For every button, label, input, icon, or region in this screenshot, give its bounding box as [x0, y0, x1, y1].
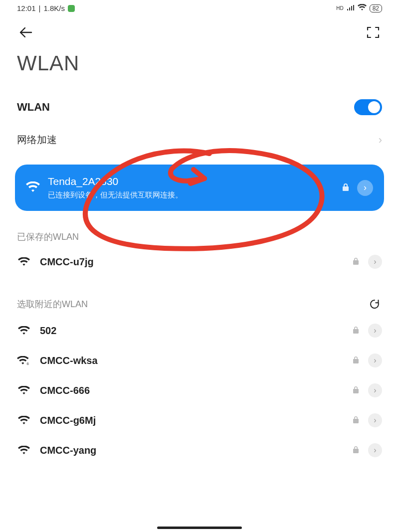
back-button[interactable]: [17, 23, 35, 41]
nearby-header-label: 选取附近的WLAN: [17, 298, 88, 310]
network-accel-label: 网络加速: [17, 133, 57, 147]
wifi-detail-button[interactable]: ›: [368, 383, 382, 397]
connected-network-card[interactable]: Tenda_2A2830 已连接到设备，但无法提供互联网连接。 ›: [15, 165, 384, 211]
wifi-ssid: CMCC-u7jg: [40, 256, 344, 268]
top-nav: [15, 14, 384, 44]
connected-status: 已连接到设备，但无法提供互联网连接。: [48, 189, 207, 200]
scan-button[interactable]: [364, 23, 382, 41]
lock-icon: [353, 416, 359, 425]
nearby-wifi-item[interactable]: CMCC-yang ›: [15, 435, 384, 465]
battery-icon: 82: [370, 4, 382, 12]
lock-icon: [353, 356, 359, 365]
lock-icon: [342, 183, 349, 193]
wifi-icon: 6: [17, 356, 31, 365]
wifi-detail-button[interactable]: ›: [368, 324, 382, 338]
wifi-detail-button[interactable]: ›: [368, 354, 382, 367]
nearby-wifi-item[interactable]: CMCC-666 ›: [15, 375, 384, 405]
status-separator: |: [39, 4, 41, 12]
wifi-ssid: CMCC-666: [40, 385, 344, 396]
wifi-ssid: CMCC-wksa: [40, 355, 344, 366]
wlan-toggle-row[interactable]: WLAN: [15, 90, 384, 124]
lock-icon: [353, 326, 359, 336]
page-title: WLAN: [15, 44, 384, 90]
lock-icon: [353, 386, 359, 395]
wifi-ssid: 502: [40, 325, 344, 337]
status-indicator-icon: [68, 5, 75, 12]
wifi-detail-button[interactable]: ›: [368, 255, 382, 269]
wifi-detail-button[interactable]: ›: [368, 413, 382, 427]
wifi-icon: [17, 257, 31, 266]
wifi-status-icon: [358, 4, 367, 12]
signal-icon: [347, 4, 355, 12]
wifi-icon: [17, 446, 31, 455]
lock-icon: [353, 257, 359, 267]
wlan-label: WLAN: [17, 101, 50, 114]
saved-header-label: 已保存的WLAN: [17, 231, 79, 243]
connected-ssid: Tenda_2A2830: [48, 176, 334, 187]
nearby-wifi-item[interactable]: CMCC-g6Mj ›: [15, 405, 384, 435]
hd-icon: HD: [336, 5, 343, 11]
nearby-section-header: 选取附近的WLAN: [15, 277, 384, 316]
wifi-icon: [17, 386, 31, 395]
connected-detail-button[interactable]: ›: [357, 180, 373, 196]
chevron-right-icon: ›: [379, 134, 382, 147]
wifi-icon: [17, 326, 31, 335]
home-indicator[interactable]: [157, 527, 242, 529]
lock-icon: [353, 446, 359, 455]
wifi-ssid: CMCC-yang: [40, 445, 344, 456]
saved-section-header: 已保存的WLAN: [15, 211, 384, 247]
wifi-band-label: 6: [27, 361, 29, 366]
wifi-icon: [26, 181, 40, 194]
wifi-icon: [17, 416, 31, 425]
nearby-wifi-item[interactable]: 502 ›: [15, 316, 384, 346]
network-accel-row[interactable]: 网络加速 ›: [15, 124, 384, 156]
status-netspeed: 1.8K/s: [43, 4, 65, 12]
wifi-ssid: CMCC-g6Mj: [40, 415, 344, 426]
wifi-detail-button[interactable]: ›: [368, 443, 382, 457]
saved-wifi-item[interactable]: CMCC-u7jg ›: [15, 247, 384, 277]
refresh-button[interactable]: [367, 297, 382, 312]
status-time: 12:01: [17, 4, 36, 12]
status-bar: 12:01 | 1.8K/s HD 82: [15, 0, 384, 14]
wlan-toggle[interactable]: [354, 99, 382, 115]
nearby-wifi-item[interactable]: 6 CMCC-wksa ›: [15, 346, 384, 375]
